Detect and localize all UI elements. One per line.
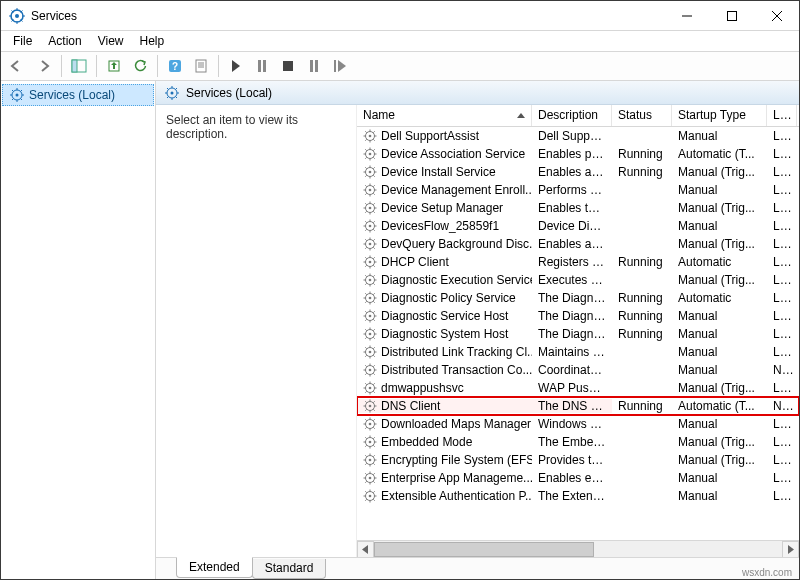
minimize-button[interactable] <box>664 1 709 30</box>
col-status[interactable]: Status <box>612 105 672 126</box>
show-hide-tree-button[interactable] <box>67 54 91 78</box>
console-tree[interactable]: Services (Local) <box>1 81 156 579</box>
service-row[interactable]: Diagnostic Service HostThe Diagno...Runn… <box>357 307 799 325</box>
service-row[interactable]: DevicesFlow_25859f1Device Disc...ManualL… <box>357 217 799 235</box>
service-row[interactable]: Downloaded Maps ManagerWindows se...Manu… <box>357 415 799 433</box>
col-startup-type[interactable]: Startup Type <box>672 105 767 126</box>
services-app-icon <box>9 8 25 24</box>
export-list-button[interactable] <box>102 54 126 78</box>
stop-service-button[interactable] <box>276 54 300 78</box>
cell-logon: Loc <box>767 453 797 467</box>
svg-rect-11 <box>283 61 293 71</box>
restart-service-button[interactable] <box>328 54 352 78</box>
scroll-left-button[interactable] <box>357 541 374 558</box>
scrollbar-track[interactable] <box>374 541 782 558</box>
svg-rect-10 <box>263 60 266 72</box>
service-row[interactable]: Diagnostic Execution ServiceExecutes dia… <box>357 271 799 289</box>
cell-startup: Manual (Trig... <box>672 453 767 467</box>
service-gear-icon <box>363 381 377 395</box>
service-row[interactable]: Distributed Transaction Co...Coordinates… <box>357 361 799 379</box>
cell-description: Dell Suppor... <box>532 129 612 143</box>
service-name: Distributed Transaction Co... <box>381 363 532 377</box>
service-name: Dell SupportAssist <box>381 129 479 143</box>
title-bar: Services <box>1 1 799 31</box>
service-name: Extensible Authentication P... <box>381 489 532 503</box>
svg-point-36 <box>369 279 372 282</box>
cell-description: Enables ent... <box>532 471 612 485</box>
tab-extended[interactable]: Extended <box>176 557 253 578</box>
menu-help[interactable]: Help <box>132 32 173 50</box>
cell-startup: Automatic (T... <box>672 399 767 413</box>
maximize-button[interactable] <box>709 1 754 30</box>
svg-point-46 <box>369 369 372 372</box>
cell-description: Enables app... <box>532 237 612 251</box>
menu-file[interactable]: File <box>5 32 40 50</box>
cell-logon: Loc <box>767 273 797 287</box>
col-log-on-as[interactable]: Log <box>767 105 797 126</box>
content-header: Services (Local) <box>156 81 799 105</box>
service-name: Encrypting File System (EFS) <box>381 453 532 467</box>
cell-startup: Manual <box>672 309 767 323</box>
cell-logon: Loc <box>767 471 797 485</box>
service-row[interactable]: Encrypting File System (EFS)Provides th.… <box>357 451 799 469</box>
cell-status: Running <box>612 399 672 413</box>
service-row[interactable]: Device Management Enroll...Performs D...… <box>357 181 799 199</box>
start-service-button[interactable] <box>224 54 248 78</box>
cell-logon: Loc <box>767 381 797 395</box>
service-row[interactable]: DHCP ClientRegisters an...RunningAutomat… <box>357 253 799 271</box>
service-gear-icon <box>363 435 377 449</box>
close-button[interactable] <box>754 1 799 30</box>
svg-point-56 <box>369 459 372 462</box>
service-gear-icon <box>363 327 377 341</box>
service-list: Name Description Status Startup Type Log… <box>356 105 799 557</box>
svg-point-16 <box>16 94 19 97</box>
service-name: Diagnostic Service Host <box>381 309 508 323</box>
tab-standard[interactable]: Standard <box>252 559 327 579</box>
service-row[interactable]: Extensible Authentication P...The Extens… <box>357 487 799 505</box>
col-name[interactable]: Name <box>357 105 532 126</box>
forward-button[interactable] <box>32 54 56 78</box>
svg-point-34 <box>369 261 372 264</box>
refresh-button[interactable] <box>128 54 152 78</box>
back-button[interactable] <box>6 54 30 78</box>
view-tabs: Extended Standard <box>156 557 799 579</box>
cell-startup: Automatic <box>672 255 767 269</box>
service-gear-icon <box>363 489 377 503</box>
col-description[interactable]: Description <box>532 105 612 126</box>
pause-service-button[interactable] <box>250 54 274 78</box>
pause-service-button2[interactable] <box>302 54 326 78</box>
service-name: Device Association Service <box>381 147 525 161</box>
service-row[interactable]: Device Setup ManagerEnables the ...Manua… <box>357 199 799 217</box>
service-row[interactable]: DNS ClientThe DNS Cli...RunningAutomatic… <box>357 397 799 415</box>
service-row[interactable]: Diagnostic Policy ServiceThe Diagno...Ru… <box>357 289 799 307</box>
service-name: Diagnostic Execution Service <box>381 273 532 287</box>
scrollbar-thumb[interactable] <box>374 542 594 557</box>
horizontal-scrollbar[interactable] <box>357 540 799 557</box>
cell-name: Device Setup Manager <box>357 201 532 215</box>
description-prompt: Select an item to view its description. <box>166 113 298 141</box>
svg-point-52 <box>369 423 372 426</box>
svg-point-24 <box>369 171 372 174</box>
help-button[interactable]: ? <box>163 54 187 78</box>
service-row[interactable]: DevQuery Background Disc...Enables app..… <box>357 235 799 253</box>
service-name: Distributed Link Tracking Cl... <box>381 345 532 359</box>
service-row[interactable]: Embedded ModeThe Embed...Manual (Trig...… <box>357 433 799 451</box>
service-row[interactable]: Distributed Link Tracking Cl...Maintains… <box>357 343 799 361</box>
menu-action[interactable]: Action <box>40 32 89 50</box>
service-row[interactable]: Enterprise App Manageme...Enables ent...… <box>357 469 799 487</box>
service-row[interactable]: Dell SupportAssistDell Suppor...ManualLo… <box>357 127 799 145</box>
properties-button[interactable] <box>189 54 213 78</box>
cell-logon: Loc <box>767 237 797 251</box>
cell-name: Device Install Service <box>357 165 532 179</box>
service-row[interactable]: dmwappushsvcWAP Push ...Manual (Trig...L… <box>357 379 799 397</box>
service-row[interactable]: Diagnostic System HostThe Diagno...Runni… <box>357 325 799 343</box>
cell-name: Diagnostic Execution Service <box>357 273 532 287</box>
service-rows[interactable]: Dell SupportAssistDell Suppor...ManualLo… <box>357 127 799 540</box>
cell-name: Device Association Service <box>357 147 532 161</box>
tree-node-services-local[interactable]: Services (Local) <box>2 84 154 106</box>
cell-startup: Manual (Trig... <box>672 435 767 449</box>
service-row[interactable]: Device Association ServiceEnables pair..… <box>357 145 799 163</box>
scroll-right-button[interactable] <box>782 541 799 558</box>
menu-view[interactable]: View <box>90 32 132 50</box>
service-row[interactable]: Device Install ServiceEnables a c...Runn… <box>357 163 799 181</box>
